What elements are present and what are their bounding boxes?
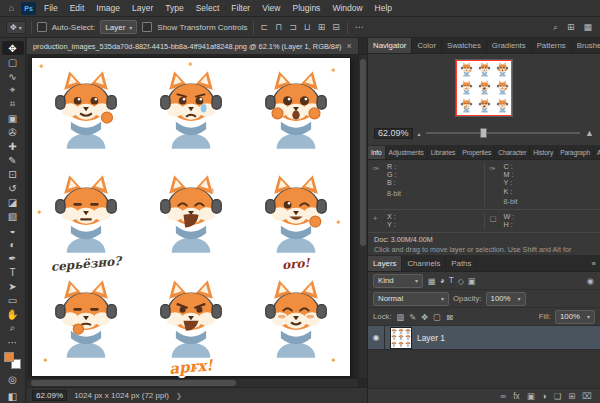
rectangular-marquee-tool[interactable]: ▢ <box>2 55 24 69</box>
history-brush-tool[interactable]: ↺ <box>2 181 24 195</box>
align-right-icon[interactable]: ⊐ <box>287 22 299 32</box>
panel-gradients-tab[interactable]: Gradients <box>487 38 532 53</box>
panel-menu-icon[interactable]: ≡ <box>587 256 600 271</box>
canvas-viewport[interactable]: серьёзно? ♪ oro! <box>27 55 367 387</box>
screen-mode-icon[interactable]: ◧ <box>2 389 24 403</box>
type-tool[interactable]: T <box>2 265 24 279</box>
menu-type[interactable]: Type <box>159 0 189 17</box>
layer-name[interactable]: Layer 1 <box>417 333 445 343</box>
panel-channels-tab[interactable]: Channels <box>402 256 446 271</box>
tool-preset-picker[interactable]: ✥ ▾ <box>6 21 26 34</box>
blend-mode-dropdown[interactable]: Normal ▾ <box>373 292 449 306</box>
close-icon[interactable]: × <box>347 41 352 51</box>
panel-swatches-tab[interactable]: Swatches <box>442 38 487 53</box>
more-options-icon[interactable]: ⋯ <box>353 22 366 32</box>
horizontal-scrollbar[interactable] <box>27 378 358 387</box>
document-canvas[interactable]: серьёзно? ♪ oro! <box>32 58 350 376</box>
shape-tool[interactable]: ▭ <box>2 293 24 307</box>
zoom-slider-handle[interactable] <box>480 128 487 138</box>
menu-file[interactable]: File <box>38 0 64 17</box>
menu-plugins[interactable]: Plugins <box>286 0 326 17</box>
lasso-tool[interactable]: ∿ <box>2 69 24 83</box>
panel-layers-tab[interactable]: Layers <box>368 256 402 271</box>
path-selection-tool[interactable]: ➤ <box>2 279 24 293</box>
fill-dropdown[interactable]: 100% ▾ <box>555 310 595 324</box>
lock-all-icon[interactable]: ⊠ <box>445 312 454 322</box>
smart-object-filter-icon[interactable]: ▣ <box>467 276 477 286</box>
show-transform-controls-checkbox[interactable] <box>142 22 152 32</box>
pen-tool[interactable]: ✒ <box>2 251 24 265</box>
clone-stamp-tool[interactable]: ⊡ <box>2 167 24 181</box>
zoom-tool[interactable]: ⌕ <box>2 321 24 335</box>
navigator-thumbnail[interactable]: ♪ <box>455 59 513 117</box>
adjustment-layers-filter-icon[interactable]: ◕ <box>439 276 446 286</box>
lock-artboard-icon[interactable]: ▢ <box>432 312 442 322</box>
visibility-eye-icon[interactable]: ◉ <box>373 333 380 342</box>
dodge-tool[interactable]: ◐ <box>2 237 24 251</box>
link-layers-icon[interactable]: ∞ <box>500 391 506 401</box>
align-center-horizontal-icon[interactable]: ⊓ <box>273 22 284 32</box>
hand-tool[interactable]: ✋ <box>2 307 24 321</box>
panel-adjustments-tab[interactable]: Adjustments <box>386 146 428 159</box>
zoom-in-mountain-icon[interactable]: ▲ <box>585 128 594 138</box>
document-tab[interactable]: production_images_535da70d-882f-4415-bb8… <box>27 38 359 54</box>
status-zoom-field[interactable]: 62.09% <box>32 390 67 401</box>
navigator-zoom-value[interactable]: 62.09% <box>374 128 413 139</box>
foreground-color-swatch[interactable] <box>4 352 14 362</box>
pixel-layers-filter-icon[interactable]: ▦ <box>427 276 437 286</box>
distribute-vertical-icon[interactable]: ⊟ <box>330 22 342 32</box>
type-layers-filter-icon[interactable]: T <box>448 276 455 286</box>
panel-actions-tab[interactable]: Actions <box>594 146 600 159</box>
menu-help[interactable]: Help <box>369 0 398 17</box>
menu-edit[interactable]: Edit <box>64 0 91 17</box>
panel-paragraph-tab[interactable]: Paragraph <box>557 146 594 159</box>
menu-filter[interactable]: Filter <box>225 0 256 17</box>
panel-properties-tab[interactable]: Properties <box>459 146 495 159</box>
new-group-icon[interactable]: ❏ <box>554 391 562 401</box>
align-left-icon[interactable]: ⊏ <box>259 22 271 32</box>
menu-image[interactable]: Image <box>90 0 126 17</box>
eyedropper-tool[interactable]: ✇ <box>2 125 24 139</box>
menu-window[interactable]: Window <box>326 0 368 17</box>
panel-paths-tab[interactable]: Paths <box>446 256 477 271</box>
move-tool[interactable]: ✥ <box>2 41 24 55</box>
rgb-bit-depth[interactable]: 8-bit <box>374 189 480 198</box>
opacity-dropdown[interactable]: 100% ▾ <box>486 292 526 306</box>
menu-layer[interactable]: Layer <box>126 0 159 17</box>
layer-row-layer-1[interactable]: ◉ <box>368 326 600 350</box>
lock-pixels-icon[interactable]: ✎ <box>408 312 417 322</box>
gradient-tool[interactable]: ▧ <box>2 209 24 223</box>
cmyk-bit-depth[interactable]: 8-bit <box>491 197 597 206</box>
panel-color-tab[interactable]: Color <box>412 38 442 53</box>
layer-effects-icon[interactable]: fx <box>513 391 520 401</box>
layer-filter-toggle-icon[interactable]: ◉ <box>586 276 595 286</box>
frame-tool[interactable]: ▣ <box>2 111 24 125</box>
distribute-horizontal-icon[interactable]: ⊞ <box>316 22 328 32</box>
zoom-out-mountain-icon[interactable]: ▴ <box>418 130 421 137</box>
auto-select-checkbox[interactable] <box>37 22 47 32</box>
workspace-switcher-icon[interactable]: ▦ <box>581 22 594 32</box>
navigator-view-rectangle[interactable] <box>456 60 512 116</box>
panel-navigator-tab[interactable]: Navigator <box>368 38 412 53</box>
delete-layer-icon[interactable]: ⌧ <box>582 391 592 401</box>
crop-tool[interactable]: ⌗ <box>2 97 24 111</box>
vertical-scrollbar[interactable] <box>358 55 367 378</box>
menu-select[interactable]: Select <box>190 0 226 17</box>
panel-character-tab[interactable]: Character <box>495 146 530 159</box>
object-selection-tool[interactable]: ⌖ <box>2 83 24 97</box>
brush-tool[interactable]: ✎ <box>2 153 24 167</box>
auto-select-mode-dropdown[interactable]: Layer ▾ <box>100 20 137 34</box>
home-icon[interactable]: ⌂ <box>4 2 19 15</box>
status-chevron-icon[interactable]: ❯ <box>176 392 182 400</box>
layer-filter-kind-dropdown[interactable]: Kind ▾ <box>373 274 423 288</box>
search-icon[interactable]: ⌕ <box>551 22 560 33</box>
panel-patterns-tab[interactable]: Patterns <box>532 38 572 53</box>
panel-libraries-tab[interactable]: Libraries <box>428 146 459 159</box>
healing-brush-tool[interactable]: ✚ <box>2 139 24 153</box>
align-bottom-icon[interactable]: ⊔ <box>302 22 313 32</box>
new-layer-icon[interactable]: ⊞ <box>568 391 575 401</box>
panel-info-tab[interactable]: Info <box>368 146 386 159</box>
blur-tool[interactable]: ◒ <box>2 223 24 237</box>
edit-toolbar-icon[interactable]: ⋯ <box>2 335 24 349</box>
panel-brushes-tab[interactable]: Brushes <box>572 38 600 53</box>
